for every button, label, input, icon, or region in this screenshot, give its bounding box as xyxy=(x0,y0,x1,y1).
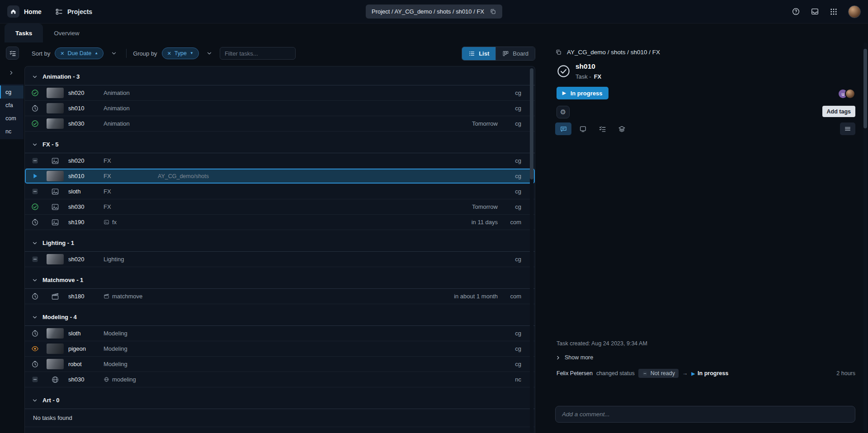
task-row-sloth[interactable]: slothFXcg xyxy=(25,184,535,199)
tab-comments[interactable] xyxy=(555,122,571,135)
globe-icon[interactable] xyxy=(51,376,59,384)
task-row-sh180[interactable]: sh180matchmovein about 1 monthcom xyxy=(25,289,535,304)
task-client: cg xyxy=(505,203,521,210)
board-view-button[interactable]: Board xyxy=(495,47,535,60)
copy-icon[interactable] xyxy=(555,49,562,56)
task-row-sloth[interactable]: slothModelingcg xyxy=(25,326,535,341)
task-row-robot[interactable]: robotModelingcg xyxy=(25,357,535,372)
status-play-icon[interactable] xyxy=(25,172,45,180)
thumbnail-cell xyxy=(45,157,66,165)
assignee-avatar-photo[interactable] xyxy=(845,89,855,99)
status-dash-icon[interactable] xyxy=(25,376,45,383)
tab-tasks[interactable]: Tasks xyxy=(5,24,43,42)
task-thumbnail[interactable] xyxy=(47,171,64,181)
copy-icon[interactable] xyxy=(490,8,496,15)
status-clock-icon[interactable] xyxy=(25,292,45,300)
detail-menu-button[interactable] xyxy=(840,122,855,135)
task-thumbnail[interactable] xyxy=(47,254,64,264)
task-thumbnail[interactable] xyxy=(47,118,64,129)
task-client: nc xyxy=(505,376,521,383)
task-row-sh020[interactable]: sh020Lightingcg xyxy=(25,252,535,267)
image-icon[interactable] xyxy=(51,203,59,211)
page-scrollbar-thumb[interactable] xyxy=(863,49,867,128)
list-scrollbar-thumb[interactable] xyxy=(530,68,533,179)
task-row-sh010[interactable]: sh010Animationcg xyxy=(25,101,535,116)
group-dropdown-button[interactable] xyxy=(203,47,215,59)
show-more-button[interactable]: Show more xyxy=(555,354,593,361)
inbox-icon[interactable] xyxy=(811,7,819,16)
group-by-label: Group by xyxy=(133,50,157,57)
image-icon[interactable] xyxy=(51,188,59,196)
task-thumbnail[interactable] xyxy=(47,88,64,98)
activity-to-status: ▶ In progress xyxy=(691,370,728,377)
task-thumbnail[interactable] xyxy=(47,103,64,113)
sort-chip[interactable]: ✕ Due Date ▲ xyxy=(55,47,104,59)
tab-versions[interactable] xyxy=(613,122,630,135)
group-header-fx[interactable]: FX - 5 xyxy=(25,136,535,153)
status-clock-icon[interactable] xyxy=(25,329,45,337)
detail-title: sh010 xyxy=(576,62,595,71)
rail-item-cg[interactable]: cg xyxy=(0,85,24,99)
clapper-icon[interactable] xyxy=(51,292,59,301)
tab-checklist[interactable] xyxy=(594,122,610,135)
status-done-icon[interactable] xyxy=(25,203,45,211)
group-header-lighting[interactable]: Lighting - 1 xyxy=(25,235,535,252)
task-status-circle-icon[interactable] xyxy=(557,64,571,78)
group-desc-icon: ▼ xyxy=(190,52,193,55)
group-chip[interactable]: ✕ Type ▼ xyxy=(162,47,199,59)
group-header-modeling[interactable]: Modeling - 4 xyxy=(25,309,535,326)
status-done-icon[interactable] xyxy=(25,120,45,127)
add-tags-button[interactable]: Add tags xyxy=(822,106,855,117)
rail-item-com[interactable]: com xyxy=(0,112,24,125)
task-row-sh010[interactable]: sh010FXAY_CG_demo/shotscg xyxy=(25,169,535,184)
rail-filter-list: cgcfacomnc xyxy=(0,84,24,139)
status-clock-icon[interactable] xyxy=(25,360,45,368)
image-icon[interactable] xyxy=(51,218,59,226)
task-row-sh030[interactable]: sh030modelingnc xyxy=(25,372,535,387)
remove-sort-icon[interactable]: ✕ xyxy=(60,51,64,56)
home-button[interactable]: Home xyxy=(7,5,42,18)
task-name: sloth xyxy=(66,188,104,195)
group-header-matchmove[interactable]: Matchmove - 1 xyxy=(25,272,535,289)
task-thumbnail[interactable] xyxy=(47,328,64,339)
task-row-sh030[interactable]: sh030AnimationTomorrowcg xyxy=(25,116,535,132)
status-dash-icon[interactable] xyxy=(25,255,45,263)
expand-rail-button[interactable] xyxy=(8,70,14,76)
comment-input[interactable] xyxy=(555,406,855,423)
group-header-art[interactable]: Art - 0 xyxy=(25,392,535,409)
tab-annotations[interactable] xyxy=(575,122,591,135)
status-eye-icon[interactable] xyxy=(25,345,45,353)
projects-button[interactable]: Projects xyxy=(55,8,92,16)
status-clock-icon[interactable] xyxy=(25,104,45,112)
status-dash-icon[interactable] xyxy=(25,157,45,165)
task-row-sh020[interactable]: sh020FXcg xyxy=(25,153,535,169)
remove-group-icon[interactable]: ✕ xyxy=(167,51,171,56)
rail-item-cfa[interactable]: cfa xyxy=(0,99,24,112)
breadcrumb[interactable]: Project / AY_CG_demo / shots / sh010 / F… xyxy=(366,5,502,19)
task-row-sh030[interactable]: sh030FXTomorrowcg xyxy=(25,199,535,215)
settings-gear-button[interactable]: ⚙ xyxy=(557,106,570,118)
status-dash-icon[interactable] xyxy=(25,188,45,195)
image-icon[interactable] xyxy=(51,157,59,165)
my-tasks-button[interactable] xyxy=(6,47,19,60)
list-view-button[interactable]: List xyxy=(462,47,495,60)
help-icon[interactable] xyxy=(792,7,800,16)
status-in-progress-button[interactable]: ▶ In progress xyxy=(557,87,609,99)
task-thumbnail[interactable] xyxy=(47,359,64,369)
task-row-sh020[interactable]: sh020Animationcg xyxy=(25,85,535,101)
status-done-icon[interactable] xyxy=(25,89,45,97)
tab-overview[interactable]: Overview xyxy=(43,24,90,42)
projects-label: Projects xyxy=(67,8,92,15)
group-header-animation[interactable]: Animation - 3 xyxy=(25,68,535,85)
status-clock-icon[interactable] xyxy=(25,218,45,226)
sort-dropdown-button[interactable] xyxy=(108,47,120,59)
task-type: Lighting xyxy=(104,256,158,263)
rail-item-nc[interactable]: nc xyxy=(0,125,24,138)
user-avatar[interactable] xyxy=(848,5,861,18)
apps-grid-icon[interactable] xyxy=(830,8,838,16)
task-thumbnail[interactable] xyxy=(47,344,64,354)
task-row-pigeon[interactable]: pigeonModelingcg xyxy=(25,341,535,357)
task-row-sh190[interactable]: sh190fxin 11 dayscom xyxy=(25,215,535,230)
filter-tasks-input[interactable] xyxy=(220,47,296,60)
task-name: sh030 xyxy=(66,203,104,210)
